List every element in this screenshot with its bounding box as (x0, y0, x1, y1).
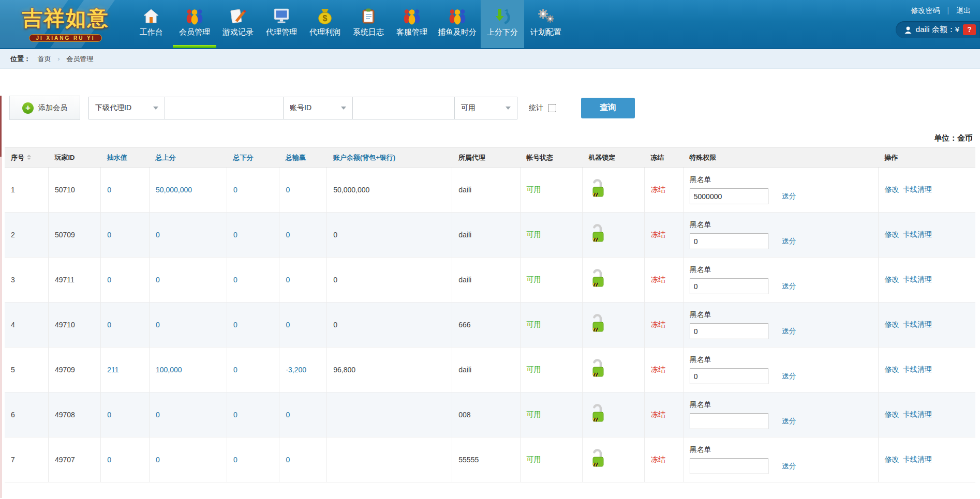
blacklist-link[interactable]: 黑名单 (690, 400, 711, 409)
send-score-link[interactable]: 送分 (782, 417, 796, 426)
status-select[interactable]: 可用 (455, 97, 517, 119)
agent-id-input[interactable] (165, 97, 283, 119)
account-id-input[interactable] (353, 97, 454, 119)
freeze-link[interactable]: 冻结 (651, 185, 665, 193)
total-down-link[interactable]: 0 (233, 366, 237, 374)
score-input[interactable] (690, 323, 768, 339)
lock-open-icon[interactable] (589, 313, 606, 337)
send-score-link[interactable]: 送分 (782, 327, 796, 336)
total-down-link[interactable]: 0 (233, 276, 237, 284)
freeze-link[interactable]: 冻结 (651, 320, 665, 328)
freeze-link[interactable]: 冻结 (651, 275, 665, 283)
total-down-link[interactable]: 0 (233, 231, 237, 239)
send-score-link[interactable]: 送分 (782, 372, 796, 381)
total-winloss-link[interactable]: 0 (286, 321, 290, 329)
nav-item-10[interactable]: 计划配置 (524, 0, 568, 48)
blacklist-link[interactable]: 黑名单 (690, 445, 711, 453)
clear-line-link[interactable]: 卡线清理 (903, 365, 932, 373)
column-header-7[interactable]: 账户余额(背包+银行) (327, 148, 452, 168)
clear-line-link[interactable]: 卡线清理 (903, 230, 932, 238)
modify-link[interactable]: 修改 (885, 455, 899, 463)
send-score-link[interactable]: 送分 (782, 237, 796, 246)
lock-open-icon[interactable] (589, 223, 606, 247)
add-member-button[interactable]: + 添加会员 (9, 96, 80, 120)
modify-link[interactable]: 修改 (885, 275, 899, 283)
balance-refresh-badge[interactable]: ? (963, 24, 976, 35)
total-winloss-link[interactable]: 0 (286, 411, 290, 419)
search-button[interactable]: 查询 (581, 98, 635, 118)
total-winloss-link[interactable]: 0 (286, 186, 290, 194)
clear-line-link[interactable]: 卡线清理 (903, 320, 932, 328)
modify-link[interactable]: 修改 (885, 365, 899, 373)
score-input[interactable] (690, 458, 768, 474)
pump-value-link[interactable]: 0 (107, 321, 111, 329)
blacklist-link[interactable]: 黑名单 (690, 310, 711, 319)
freeze-link[interactable]: 冻结 (651, 365, 665, 373)
send-score-link[interactable]: 送分 (782, 462, 796, 471)
total-winloss-link[interactable]: 0 (286, 456, 290, 464)
total-up-link[interactable]: 0 (156, 321, 160, 329)
pump-value-link[interactable]: 0 (107, 231, 111, 239)
send-score-link[interactable]: 送分 (782, 282, 796, 291)
nav-item-1[interactable]: 工作台 (129, 0, 173, 48)
pump-value-link[interactable]: 0 (107, 411, 111, 419)
nav-item-2[interactable]: 会员管理 (173, 0, 216, 48)
lock-open-icon[interactable] (589, 403, 606, 427)
send-score-link[interactable]: 送分 (782, 192, 796, 201)
stat-checkbox[interactable] (548, 104, 556, 112)
score-input[interactable] (690, 188, 768, 204)
breadcrumb-home-link[interactable]: 首页 (38, 55, 51, 63)
total-up-link[interactable]: 0 (156, 456, 160, 464)
total-up-link[interactable]: 100,000 (156, 366, 182, 374)
freeze-link[interactable]: 冻结 (651, 455, 665, 463)
pump-value-link[interactable]: 0 (107, 186, 111, 194)
change-password-link[interactable]: 修改密码 (911, 6, 940, 14)
nav-item-3[interactable]: 游戏记录 (216, 0, 260, 48)
total-down-link[interactable]: 0 (233, 411, 237, 419)
clear-line-link[interactable]: 卡线清理 (903, 275, 932, 283)
nav-item-8[interactable]: 捕鱼及时分 (434, 0, 481, 48)
score-input[interactable] (690, 233, 768, 249)
account-id-select[interactable]: 账号ID (284, 97, 353, 119)
lock-open-icon[interactable] (589, 358, 606, 382)
total-winloss-link[interactable]: 0 (286, 231, 290, 239)
blacklist-link[interactable]: 黑名单 (690, 175, 711, 184)
score-input[interactable] (690, 413, 768, 429)
total-up-link[interactable]: 0 (156, 411, 160, 419)
nav-item-7[interactable]: 客服管理 (390, 0, 434, 48)
clear-line-link[interactable]: 卡线清理 (903, 185, 932, 193)
sort-arrows-icon[interactable] (27, 155, 31, 160)
pump-value-link[interactable]: 211 (107, 366, 118, 374)
column-header-4[interactable]: 总上分 (150, 148, 227, 168)
blacklist-link[interactable]: 黑名单 (690, 355, 711, 364)
nav-item-4[interactable]: 代理管理 (260, 0, 303, 48)
total-down-link[interactable]: 0 (233, 456, 237, 464)
total-down-link[interactable]: 0 (233, 321, 237, 329)
total-up-link[interactable]: 0 (156, 276, 160, 284)
lock-open-icon[interactable] (589, 178, 606, 202)
clear-line-link[interactable]: 卡线清理 (903, 410, 932, 418)
total-down-link[interactable]: 0 (233, 186, 237, 194)
column-header-5[interactable]: 总下分 (227, 148, 279, 168)
score-input[interactable] (690, 368, 768, 384)
column-header-3[interactable]: 抽水值 (101, 148, 150, 168)
blacklist-link[interactable]: 黑名单 (690, 265, 711, 274)
modify-link[interactable]: 修改 (885, 410, 899, 418)
freeze-link[interactable]: 冻结 (651, 410, 665, 418)
logout-link[interactable]: 退出 (956, 6, 971, 14)
column-header-1[interactable]: 序号 (5, 148, 48, 168)
total-up-link[interactable]: 0 (156, 231, 160, 239)
column-header-6[interactable]: 总输赢 (279, 148, 327, 168)
pump-value-link[interactable]: 0 (107, 276, 111, 284)
nav-item-5[interactable]: $代理利润 (303, 0, 347, 48)
modify-link[interactable]: 修改 (885, 320, 899, 328)
nav-item-6[interactable]: 系统日志 (347, 0, 390, 48)
lock-open-icon[interactable] (589, 448, 606, 472)
lock-open-icon[interactable] (589, 268, 606, 292)
blacklist-link[interactable]: 黑名单 (690, 220, 711, 229)
total-winloss-link[interactable]: 0 (286, 276, 290, 284)
total-up-link[interactable]: 50,000,000 (156, 186, 192, 194)
modify-link[interactable]: 修改 (885, 230, 899, 238)
modify-link[interactable]: 修改 (885, 185, 899, 193)
score-input[interactable] (690, 278, 768, 294)
